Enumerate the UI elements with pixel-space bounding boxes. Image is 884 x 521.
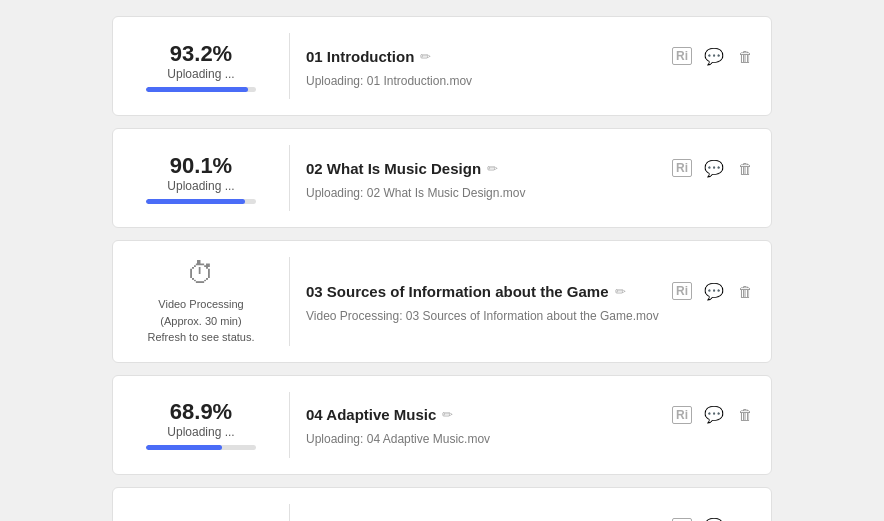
title-left-4: 04 Adaptive Music✏ [306, 406, 453, 423]
delete-icon-1[interactable]: 🗑 [736, 46, 755, 67]
uploading-label-1: Uploading ... [167, 67, 234, 81]
progress-bar-fill-1 [146, 87, 248, 92]
subtitle-4: Uploading: 04 Adaptive Music.mov [306, 432, 755, 446]
progress-percent-1: 93.2% [170, 41, 232, 67]
title-left-3: 03 Sources of Information about the Game… [306, 283, 626, 300]
progress-bar-bg-1 [146, 87, 256, 92]
info-section-1: 01 Introduction✏Ri💬🗑Uploading: 01 Introd… [298, 45, 755, 88]
upload-card-2: 90.1%Uploading ...02 What Is Music Desig… [112, 128, 772, 228]
progress-percent-2: 90.1% [170, 153, 232, 179]
status-section-2: 90.1%Uploading ... [129, 153, 289, 204]
replace-icon-2[interactable]: Ri [672, 159, 692, 177]
title-left-2: 02 What Is Music Design✏ [306, 160, 498, 177]
caption-icon-5[interactable]: 💬 [702, 515, 726, 521]
title-row-4: 04 Adaptive Music✏Ri💬🗑 [306, 403, 755, 426]
actions-1: Ri💬🗑 [672, 45, 755, 68]
progress-bar-bg-4 [146, 445, 256, 450]
replace-icon-4[interactable]: Ri [672, 406, 692, 424]
edit-icon-2[interactable]: ✏ [487, 161, 498, 176]
progress-bar-fill-2 [146, 199, 245, 204]
actions-5: Ri💬🗑 [672, 515, 755, 521]
title-row-5: 05 Static Music✏Ri💬🗑 [306, 515, 755, 521]
title-text-1: 01 Introduction [306, 48, 414, 65]
divider-5 [289, 504, 290, 522]
delete-icon-3[interactable]: 🗑 [736, 281, 755, 302]
delete-icon-2[interactable]: 🗑 [736, 158, 755, 179]
status-section-4: 68.9%Uploading ... [129, 399, 289, 450]
progress-bar-fill-4 [146, 445, 222, 450]
status-section-1: 93.2%Uploading ... [129, 41, 289, 92]
upload-card-3: ⏱Video Processing(Approx. 30 min)Refresh… [112, 240, 772, 363]
title-text-4: 04 Adaptive Music [306, 406, 436, 423]
actions-4: Ri💬🗑 [672, 403, 755, 426]
delete-icon-5[interactable]: 🗑 [736, 516, 755, 521]
actions-2: Ri💬🗑 [672, 157, 755, 180]
title-left-1: 01 Introduction✏ [306, 48, 431, 65]
subtitle-1: Uploading: 01 Introduction.mov [306, 74, 755, 88]
divider-1 [289, 33, 290, 99]
delete-icon-4[interactable]: 🗑 [736, 404, 755, 425]
caption-icon-4[interactable]: 💬 [702, 403, 726, 426]
divider-4 [289, 392, 290, 458]
title-text-2: 02 What Is Music Design [306, 160, 481, 177]
title-row-3: 03 Sources of Information about the Game… [306, 280, 755, 303]
progress-bar-bg-2 [146, 199, 256, 204]
title-row-1: 01 Introduction✏Ri💬🗑 [306, 45, 755, 68]
upload-card-4: 68.9%Uploading ...04 Adaptive Music✏Ri💬🗑… [112, 375, 772, 475]
uploading-label-2: Uploading ... [167, 179, 234, 193]
subtitle-2: Uploading: 02 What Is Music Design.mov [306, 186, 755, 200]
upload-card-5: Preparing ...05 Static Music✏Ri💬🗑Prepari… [112, 487, 772, 522]
info-section-3: 03 Sources of Information about the Game… [298, 280, 755, 323]
clock-icon-3: ⏱ [187, 257, 215, 290]
edit-icon-3[interactable]: ✏ [615, 284, 626, 299]
upload-card-1: 93.2%Uploading ...01 Introduction✏Ri💬🗑Up… [112, 16, 772, 116]
info-section-5: 05 Static Music✏Ri💬🗑Preparing 05 Static … [298, 515, 755, 521]
edit-icon-1[interactable]: ✏ [420, 49, 431, 64]
title-text-3: 03 Sources of Information about the Game [306, 283, 609, 300]
caption-icon-1[interactable]: 💬 [702, 45, 726, 68]
caption-icon-2[interactable]: 💬 [702, 157, 726, 180]
title-row-2: 02 What Is Music Design✏Ri💬🗑 [306, 157, 755, 180]
replace-icon-1[interactable]: Ri [672, 47, 692, 65]
divider-3 [289, 257, 290, 346]
edit-icon-4[interactable]: ✏ [442, 407, 453, 422]
replace-icon-5[interactable]: Ri [672, 518, 692, 522]
uploading-label-4: Uploading ... [167, 425, 234, 439]
caption-icon-3[interactable]: 💬 [702, 280, 726, 303]
main-container: 93.2%Uploading ...01 Introduction✏Ri💬🗑Up… [112, 0, 772, 521]
actions-3: Ri💬🗑 [672, 280, 755, 303]
info-section-2: 02 What Is Music Design✏Ri💬🗑Uploading: 0… [298, 157, 755, 200]
progress-percent-4: 68.9% [170, 399, 232, 425]
status-section-3: ⏱Video Processing(Approx. 30 min)Refresh… [129, 257, 289, 346]
replace-icon-3[interactable]: Ri [672, 282, 692, 300]
subtitle-3: Video Processing: 03 Sources of Informat… [306, 309, 755, 323]
divider-2 [289, 145, 290, 211]
info-section-4: 04 Adaptive Music✏Ri💬🗑Uploading: 04 Adap… [298, 403, 755, 446]
processing-label-3: Video Processing(Approx. 30 min)Refresh … [148, 296, 255, 346]
